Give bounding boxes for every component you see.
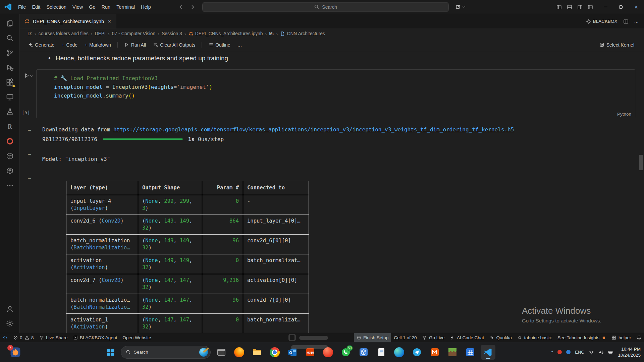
toggle-panel-icon[interactable] <box>567 4 572 10</box>
menu-edit[interactable]: Edit <box>29 3 43 11</box>
clock[interactable]: 10:44 PM 10/24/2025 <box>618 346 641 358</box>
outline-button[interactable]: Outline <box>205 41 233 49</box>
breadcrumb-item[interactable]: M↓ <box>269 32 274 36</box>
start-button[interactable] <box>104 346 117 359</box>
status-problems[interactable]: 08 <box>10 333 37 342</box>
generate-button[interactable]: Generate <box>25 41 57 49</box>
activity-explorer[interactable] <box>2 16 18 31</box>
run-cell-button[interactable] <box>24 73 30 78</box>
taskbar-app-orange-app-icon[interactable] <box>427 345 442 360</box>
taskbar-app-notepad-icon[interactable] <box>374 345 389 360</box>
run-cell-dropdown-icon[interactable] <box>30 73 33 78</box>
menu-go[interactable]: Go <box>86 3 98 11</box>
menu-run[interactable]: Run <box>99 3 114 11</box>
scrollbar-thumb[interactable] <box>639 155 643 170</box>
battery-icon[interactable] <box>608 350 613 355</box>
tab-close-icon[interactable]: × <box>107 18 112 24</box>
activity-r-language[interactable]: R <box>2 119 18 134</box>
toggle-sidebar-icon[interactable] <box>556 4 562 10</box>
menu-file[interactable]: File <box>15 3 29 11</box>
breadcrumb-item[interactable]: 07 - Computer Vision <box>112 31 155 36</box>
taskbar-app-telegram-icon[interactable] <box>410 345 424 360</box>
toggle-secondary-sidebar-icon[interactable] <box>577 4 583 10</box>
status-remote-indicator[interactable] <box>0 333 10 342</box>
breadcrumb-item[interactable]: DEPI <box>95 31 106 36</box>
open-remote-window-button[interactable] <box>455 4 466 10</box>
menu-selection[interactable]: Selection <box>43 3 69 11</box>
activity-cube[interactable] <box>2 148 18 163</box>
status-helper[interactable]: helper <box>609 333 634 342</box>
code-editor[interactable]: # 🔧 Load Pretrained InceptionV3inception… <box>37 70 635 100</box>
status-open-website[interactable]: Open Website <box>120 333 154 342</box>
output-collapse-indicator[interactable]: … <box>28 174 32 180</box>
status-finish-setup[interactable]: Finish Setup <box>354 333 391 342</box>
activity-more-dots[interactable] <box>2 178 18 193</box>
download-url-link[interactable]: https://storage.googleapis.com/tensorflo… <box>113 126 514 133</box>
breadcrumb-item[interactable]: courses folders and files <box>39 31 89 36</box>
toolbar-more-button[interactable]: … <box>234 41 245 49</box>
activity-search[interactable] <box>2 31 18 45</box>
status-tabnine-basic[interactable]: tabnine basic: <box>515 333 555 342</box>
code-cell[interactable]: # 🔧 Load Pretrained InceptionV3inception… <box>36 69 635 118</box>
menu-help[interactable]: Help <box>138 3 154 11</box>
status-cell-indicator[interactable]: Cell 1 of 20 <box>391 333 419 342</box>
tray-red-icon[interactable] <box>557 350 562 354</box>
add-markdown-button[interactable]: +Markdown <box>82 41 114 49</box>
status-go-live[interactable]: Go Live <box>419 333 447 342</box>
activity-remote-explorer[interactable] <box>2 89 18 104</box>
clear-all-outputs-button[interactable]: Clear All Outputs <box>150 41 198 49</box>
status-live-share[interactable]: Live Share <box>37 333 70 342</box>
widgets-button[interactable]: 7 <box>9 346 21 358</box>
status-tabnine-insights[interactable]: See Tabnine Insights <box>555 333 609 342</box>
run-all-button[interactable]: Run All <box>121 41 149 49</box>
menu-terminal[interactable]: Terminal <box>113 3 138 11</box>
forward-arrow-icon[interactable] <box>190 4 196 10</box>
select-kernel-button[interactable]: Select Kernel <box>596 41 637 49</box>
breadcrumb-item[interactable]: Session 3 <box>162 31 182 36</box>
breadcrumb-item[interactable]: CNN Architectures <box>280 31 325 36</box>
blackbox-button[interactable]: BLACKBOX <box>586 19 618 24</box>
taskbar-app-m365-icon[interactable]: M365 <box>303 345 318 360</box>
tab-notebook[interactable]: DEPI_CNNs_Architectures.ipynb × <box>20 14 116 28</box>
activity-run-debug[interactable] <box>2 60 18 75</box>
status-notifications[interactable] <box>634 333 644 342</box>
output-collapse-indicator[interactable]: … <box>28 126 32 132</box>
split-editor-icon[interactable] <box>623 19 629 24</box>
taskbar-app-3d-viewer-icon[interactable] <box>356 345 371 360</box>
volume-icon[interactable] <box>598 350 604 355</box>
taskbar-app-chrome-icon[interactable] <box>267 345 282 360</box>
language-indicator[interactable]: ENG <box>575 350 584 355</box>
minimize-button[interactable] <box>598 0 613 14</box>
taskbar-search-input[interactable]: Search <box>121 346 211 359</box>
taskbar-app-whatsapp-icon[interactable]: 50 <box>338 345 353 360</box>
close-button[interactable]: × <box>629 0 644 14</box>
activity-settings[interactable] <box>2 316 18 331</box>
customize-layout-icon[interactable] <box>588 4 593 10</box>
tray-blue-icon[interactable] <box>566 350 571 354</box>
wifi-icon[interactable] <box>589 350 594 355</box>
taskbar-app-blue-grid-app-icon[interactable] <box>463 345 478 360</box>
taskbar-app-minecraft-icon[interactable] <box>445 345 460 360</box>
taskbar-app-window-app-icon[interactable] <box>214 345 229 360</box>
activity-account[interactable] <box>2 301 18 316</box>
output-collapse-indicator[interactable]: … <box>28 150 32 156</box>
status-ai-code-chat[interactable]: AI Code Chat <box>447 333 487 342</box>
activity-package[interactable] <box>2 163 18 178</box>
menu-view[interactable]: View <box>69 3 86 11</box>
taskbar-app-vscode-icon[interactable] <box>481 345 495 360</box>
taskbar-app-opera-icon[interactable] <box>321 345 335 360</box>
taskbar-app-edge-icon[interactable] <box>392 345 407 360</box>
taskbar-app-file-explorer-icon[interactable] <box>250 345 264 360</box>
maximize-button[interactable] <box>613 0 629 14</box>
activity-source-control[interactable] <box>2 45 18 60</box>
status-blackbox-agent[interactable]: BLACKBOX Agent <box>70 333 120 342</box>
breadcrumb-item[interactable]: D: <box>28 31 32 36</box>
add-code-button[interactable]: +Code <box>58 41 80 49</box>
activity-red-ring[interactable] <box>2 134 18 148</box>
status-quokka[interactable]: Quokka <box>487 333 515 342</box>
activity-extensions[interactable] <box>2 75 18 89</box>
breadcrumb-item[interactable]: DEPI_CNNs_Architectures.ipynb <box>189 31 263 36</box>
back-arrow-icon[interactable] <box>178 4 184 10</box>
command-search-input[interactable]: Search <box>202 2 449 12</box>
taskbar-app-outlook-icon[interactable]: O <box>285 345 300 360</box>
